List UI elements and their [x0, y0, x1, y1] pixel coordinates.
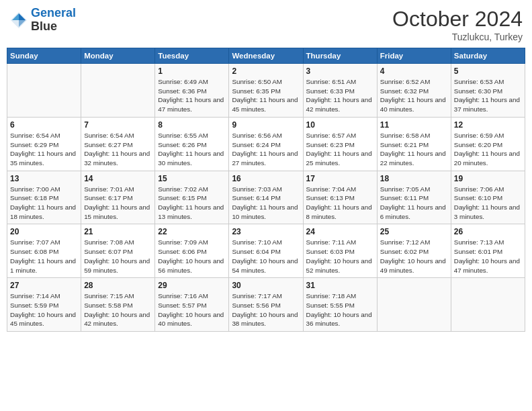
calendar-week-row: 13Sunrise: 7:00 AM Sunset: 6:18 PM Dayli…	[7, 171, 525, 224]
day-info: Sunrise: 7:07 AM Sunset: 6:08 PM Dayligh…	[10, 238, 78, 275]
day-info: Sunrise: 7:03 AM Sunset: 6:14 PM Dayligh…	[232, 185, 300, 222]
day-info: Sunrise: 7:08 AM Sunset: 6:07 PM Dayligh…	[84, 238, 152, 275]
calendar-cell: 27Sunrise: 7:14 AM Sunset: 5:59 PM Dayli…	[7, 278, 81, 332]
day-info: Sunrise: 7:11 AM Sunset: 6:03 PM Dayligh…	[306, 238, 374, 275]
day-number: 17	[306, 174, 374, 183]
day-number: 8	[158, 120, 226, 130]
calendar-cell: 3Sunrise: 6:51 AM Sunset: 6:33 PM Daylig…	[303, 64, 377, 118]
calendar-cell: 21Sunrise: 7:08 AM Sunset: 6:07 PM Dayli…	[81, 224, 155, 278]
calendar-table: SundayMondayTuesdayWednesdayThursdayFrid…	[7, 48, 525, 332]
day-number: 21	[84, 227, 152, 236]
day-info: Sunrise: 6:55 AM Sunset: 6:26 PM Dayligh…	[158, 131, 226, 168]
calendar-cell: 26Sunrise: 7:13 AM Sunset: 6:01 PM Dayli…	[451, 224, 525, 278]
day-info: Sunrise: 7:13 AM Sunset: 6:01 PM Dayligh…	[454, 238, 522, 275]
day-info: Sunrise: 7:14 AM Sunset: 5:59 PM Dayligh…	[10, 291, 78, 328]
calendar-cell: 6Sunrise: 6:54 AM Sunset: 6:29 PM Daylig…	[7, 117, 81, 171]
day-info: Sunrise: 7:06 AM Sunset: 6:10 PM Dayligh…	[454, 185, 522, 222]
calendar-cell	[7, 64, 81, 118]
day-number: 19	[454, 174, 522, 183]
weekday-header-row: SundayMondayTuesdayWednesdayThursdayFrid…	[7, 48, 525, 64]
calendar-cell: 8Sunrise: 6:55 AM Sunset: 6:26 PM Daylig…	[155, 117, 229, 171]
day-number: 12	[454, 120, 522, 130]
calendar-cell	[451, 278, 525, 332]
calendar-cell: 31Sunrise: 7:18 AM Sunset: 5:55 PM Dayli…	[303, 278, 377, 332]
day-info: Sunrise: 6:53 AM Sunset: 6:30 PM Dayligh…	[454, 77, 522, 114]
day-number: 24	[306, 227, 374, 236]
day-number: 16	[232, 174, 300, 183]
weekday-header: Tuesday	[155, 48, 229, 64]
calendar-cell: 4Sunrise: 6:52 AM Sunset: 6:32 PM Daylig…	[377, 64, 451, 118]
day-info: Sunrise: 7:09 AM Sunset: 6:06 PM Dayligh…	[158, 238, 226, 275]
calendar-cell: 18Sunrise: 7:05 AM Sunset: 6:11 PM Dayli…	[377, 171, 451, 224]
day-number: 3	[306, 66, 374, 76]
day-number: 22	[158, 227, 226, 236]
calendar-cell: 10Sunrise: 6:57 AM Sunset: 6:23 PM Dayli…	[303, 117, 377, 171]
calendar-cell: 25Sunrise: 7:12 AM Sunset: 6:02 PM Dayli…	[377, 224, 451, 278]
logo-line2: Blue	[31, 20, 76, 34]
calendar-cell: 15Sunrise: 7:02 AM Sunset: 6:15 PM Dayli…	[155, 171, 229, 224]
day-info: Sunrise: 7:00 AM Sunset: 6:18 PM Dayligh…	[10, 185, 78, 222]
calendar-cell	[81, 64, 155, 118]
svg-marker-3	[19, 13, 26, 20]
title-block: October 2024 Tuzlukcu, Turkey	[392, 7, 523, 42]
calendar-cell: 29Sunrise: 7:16 AM Sunset: 5:57 PM Dayli…	[155, 278, 229, 332]
calendar-cell: 16Sunrise: 7:03 AM Sunset: 6:14 PM Dayli…	[229, 171, 303, 224]
day-number: 5	[454, 66, 522, 76]
day-info: Sunrise: 6:58 AM Sunset: 6:21 PM Dayligh…	[380, 131, 448, 168]
calendar-cell: 28Sunrise: 7:15 AM Sunset: 5:58 PM Dayli…	[81, 278, 155, 332]
day-number: 25	[380, 227, 448, 236]
day-number: 11	[380, 120, 448, 130]
calendar-cell	[377, 278, 451, 332]
day-number: 23	[232, 227, 300, 236]
day-number: 20	[10, 227, 78, 236]
calendar-week-row: 6Sunrise: 6:54 AM Sunset: 6:29 PM Daylig…	[7, 117, 525, 171]
day-info: Sunrise: 7:05 AM Sunset: 6:11 PM Dayligh…	[380, 185, 448, 222]
day-info: Sunrise: 6:51 AM Sunset: 6:33 PM Dayligh…	[306, 77, 374, 114]
month-title: October 2024	[392, 7, 523, 32]
svg-marker-4	[12, 13, 19, 20]
calendar-cell: 12Sunrise: 6:59 AM Sunset: 6:20 PM Dayli…	[451, 117, 525, 171]
day-info: Sunrise: 7:12 AM Sunset: 6:02 PM Dayligh…	[380, 238, 448, 275]
calendar-cell: 11Sunrise: 6:58 AM Sunset: 6:21 PM Dayli…	[377, 117, 451, 171]
day-number: 14	[84, 174, 152, 183]
day-number: 18	[380, 174, 448, 183]
calendar-cell: 19Sunrise: 7:06 AM Sunset: 6:10 PM Dayli…	[451, 171, 525, 224]
day-info: Sunrise: 7:17 AM Sunset: 5:56 PM Dayligh…	[232, 291, 300, 328]
calendar-cell: 23Sunrise: 7:10 AM Sunset: 6:04 PM Dayli…	[229, 224, 303, 278]
logo: General Blue	[9, 7, 76, 34]
day-number: 13	[10, 174, 78, 183]
day-number: 29	[158, 281, 226, 290]
location: Tuzlukcu, Turkey	[392, 32, 523, 42]
day-number: 7	[84, 120, 152, 130]
day-info: Sunrise: 7:04 AM Sunset: 6:13 PM Dayligh…	[306, 185, 374, 222]
day-number: 6	[10, 120, 78, 130]
day-info: Sunrise: 7:18 AM Sunset: 5:55 PM Dayligh…	[306, 291, 374, 328]
calendar-cell: 9Sunrise: 6:56 AM Sunset: 6:24 PM Daylig…	[229, 117, 303, 171]
weekday-header: Monday	[81, 48, 155, 64]
day-number: 2	[232, 66, 300, 76]
calendar-cell: 1Sunrise: 6:49 AM Sunset: 6:36 PM Daylig…	[155, 64, 229, 118]
day-number: 27	[10, 281, 78, 290]
logo-icon	[9, 11, 28, 30]
day-number: 10	[306, 120, 374, 130]
logo-text: General Blue	[31, 7, 76, 34]
day-number: 28	[84, 281, 152, 290]
page-header: General Blue October 2024 Tuzlukcu, Turk…	[7, 7, 525, 42]
weekday-header: Wednesday	[229, 48, 303, 64]
day-info: Sunrise: 7:15 AM Sunset: 5:58 PM Dayligh…	[84, 291, 152, 328]
day-number: 31	[306, 281, 374, 290]
day-info: Sunrise: 6:56 AM Sunset: 6:24 PM Dayligh…	[232, 131, 300, 168]
weekday-header: Friday	[377, 48, 451, 64]
calendar-cell: 22Sunrise: 7:09 AM Sunset: 6:06 PM Dayli…	[155, 224, 229, 278]
calendar-cell: 7Sunrise: 6:54 AM Sunset: 6:27 PM Daylig…	[81, 117, 155, 171]
calendar-cell: 17Sunrise: 7:04 AM Sunset: 6:13 PM Dayli…	[303, 171, 377, 224]
day-info: Sunrise: 7:16 AM Sunset: 5:57 PM Dayligh…	[158, 291, 226, 328]
day-info: Sunrise: 6:52 AM Sunset: 6:32 PM Dayligh…	[380, 77, 448, 114]
day-info: Sunrise: 6:54 AM Sunset: 6:27 PM Dayligh…	[84, 131, 152, 168]
day-info: Sunrise: 6:49 AM Sunset: 6:36 PM Dayligh…	[158, 77, 226, 114]
calendar-cell: 5Sunrise: 6:53 AM Sunset: 6:30 PM Daylig…	[451, 64, 525, 118]
weekday-header: Saturday	[451, 48, 525, 64]
logo-line1: General	[31, 6, 76, 19]
calendar-week-row: 1Sunrise: 6:49 AM Sunset: 6:36 PM Daylig…	[7, 64, 525, 118]
day-info: Sunrise: 7:02 AM Sunset: 6:15 PM Dayligh…	[158, 185, 226, 222]
